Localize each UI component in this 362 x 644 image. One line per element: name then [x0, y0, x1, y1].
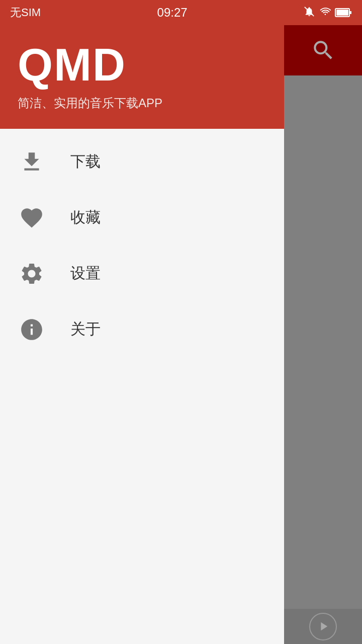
app-subtitle: 简洁、实用的音乐下载APP — [18, 95, 266, 111]
sidebar-item-settings[interactable]: 设置 — [0, 246, 284, 301]
heart-icon — [18, 204, 45, 231]
about-label: 关于 — [70, 319, 101, 340]
svg-rect-3 — [350, 11, 351, 14]
notification-bell-icon — [304, 6, 315, 20]
sidebar-item-about[interactable]: 关于 — [0, 301, 284, 357]
carrier-label: 无SIM — [10, 5, 41, 20]
time-label: 09:27 — [157, 6, 188, 20]
main-toolbar — [284, 25, 362, 75]
play-button[interactable] — [309, 613, 337, 640]
sidebar-header: QMD 简洁、实用的音乐下载APP — [0, 25, 284, 129]
status-bar: 无SIM 09:27 — [0, 0, 362, 25]
sidebar-item-download[interactable]: 下载 — [0, 134, 284, 190]
sidebar-item-favorites[interactable]: 收藏 — [0, 190, 284, 246]
app-title: QMD — [18, 40, 266, 90]
sidebar-menu: 下载 收藏 设置 — [0, 129, 284, 644]
main-content — [284, 75, 362, 644]
battery-icon — [335, 8, 352, 17]
sidebar: QMD 简洁、实用的音乐下载APP 下载 — [0, 25, 284, 644]
download-label: 下载 — [70, 151, 101, 172]
gear-icon — [18, 260, 45, 287]
favorites-label: 收藏 — [70, 207, 101, 228]
wifi-icon — [319, 6, 331, 20]
info-icon — [18, 315, 45, 343]
play-button-container — [284, 609, 362, 644]
search-button[interactable] — [311, 38, 336, 63]
status-icons — [304, 6, 352, 20]
main-panel — [284, 25, 362, 644]
svg-rect-2 — [336, 10, 348, 16]
download-icon — [18, 148, 45, 176]
settings-label: 设置 — [70, 263, 101, 284]
main-layout: QMD 简洁、实用的音乐下载APP 下载 — [0, 25, 362, 644]
